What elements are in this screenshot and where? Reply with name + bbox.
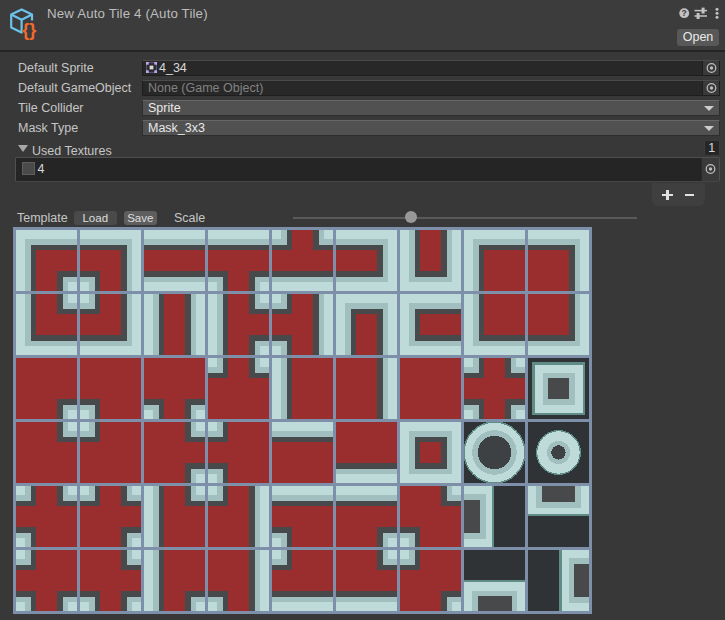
svg-text:{}: {} (22, 20, 36, 40)
svg-text:?: ? (682, 8, 687, 18)
